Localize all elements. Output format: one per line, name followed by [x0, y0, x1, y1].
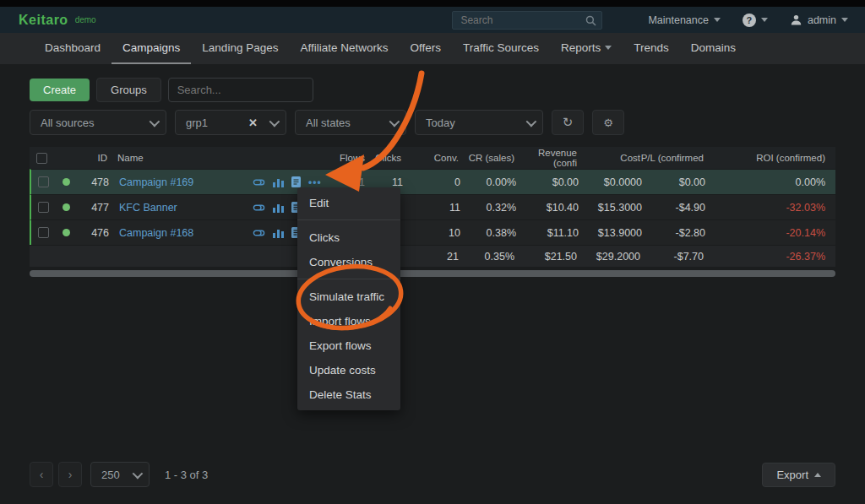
nav-landing-pages[interactable]: Landing Pages [191, 33, 289, 64]
col-header-clicks[interactable]: Clicks [363, 153, 401, 163]
table-row[interactable]: 477 KFC Banner 11 0.32% $10.40 $15.3000 … [30, 194, 835, 219]
col-header-flows[interactable]: Flows [340, 153, 363, 163]
select-all-checkbox[interactable] [36, 153, 47, 164]
stats-chart-icon[interactable] [273, 203, 284, 213]
menu-item-export-flows[interactable]: Export flows [297, 333, 400, 358]
menu-item-delete-stats[interactable]: Delete Stats [297, 382, 400, 407]
next-page-button[interactable]: › [58, 462, 82, 487]
table-row[interactable]: 478 Campaign #169 ••• 1 11 0 0.00% $0.00… [30, 169, 835, 194]
col-header-pl[interactable]: P/L (confirmed [640, 153, 704, 163]
campaign-conversions: 11 [403, 202, 460, 214]
table-footer: ‹ › 250 1 - 3 of 3 Export [30, 462, 835, 487]
campaign-roi: -20.14% [705, 227, 835, 239]
create-button[interactable]: Create [30, 79, 90, 101]
global-search-input[interactable] [452, 11, 602, 30]
date-range-select[interactable]: Today [415, 110, 543, 135]
campaign-cr: 0.00% [460, 176, 516, 188]
campaign-cost: $15.3000 [579, 202, 642, 214]
chevron-down-icon [605, 46, 612, 50]
totals-cr: 0.35% [459, 251, 514, 263]
col-header-conv[interactable]: Conv. [401, 153, 459, 163]
campaign-conversions: 0 [403, 176, 460, 188]
row-checkbox[interactable] [38, 227, 49, 238]
nav-affiliate-networks[interactable]: Affiliate Networks [289, 33, 399, 64]
clear-filter-icon[interactable]: ✕ [248, 117, 258, 129]
stats-chart-icon[interactable] [273, 177, 284, 187]
menu-item-import-flows[interactable]: Import flows [297, 309, 400, 333]
campaign-roi: -32.03% [705, 202, 835, 214]
table-row[interactable]: 476 Campaign #168 10 0.38% $11.10 $13.90… [30, 219, 835, 245]
campaign-revenue: $11.10 [516, 227, 579, 239]
stats-chart-icon[interactable] [273, 228, 284, 238]
chevron-down-icon [714, 18, 721, 22]
col-header-cost[interactable]: Cost [577, 153, 640, 163]
menu-item-conversions[interactable]: Conversions [297, 250, 400, 274]
nav-domains[interactable]: Domains [680, 33, 747, 64]
refresh-button[interactable]: ↻ [552, 110, 584, 135]
maintenance-label: Maintenance [648, 14, 709, 26]
campaign-cost: $0.0000 [579, 176, 642, 188]
col-header-name[interactable]: Name [107, 153, 242, 163]
states-filter-select[interactable]: All states [295, 110, 406, 135]
row-actions-menu-icon[interactable]: ••• [308, 176, 322, 188]
campaign-roi: 0.00% [705, 176, 835, 188]
sources-filter-select[interactable]: All sources [30, 110, 166, 135]
nav-reports[interactable]: Reports [550, 33, 623, 64]
horizontal-scrollbar[interactable] [30, 270, 835, 277]
col-header-id[interactable]: ID [75, 153, 107, 163]
menu-divider [297, 279, 400, 279]
status-active-icon [63, 229, 70, 236]
totals-conversions: 21 [401, 251, 459, 263]
status-active-icon [63, 178, 70, 186]
brand-demo-badge: demo [75, 15, 96, 24]
status-active-icon [63, 203, 70, 211]
refresh-icon: ↻ [563, 115, 574, 130]
col-header-revenue[interactable]: Revenue (confi [514, 148, 577, 168]
campaign-search-input[interactable] [168, 78, 313, 102]
group-filter-select[interactable]: grp1 ✕ [175, 110, 286, 135]
col-header-roi[interactable]: ROI (confirmed) [704, 153, 835, 163]
search-icon [585, 14, 596, 30]
link-icon[interactable] [253, 203, 265, 213]
menu-item-simulate-traffic[interactable]: Simulate traffic [297, 285, 400, 309]
nav-dashboard[interactable]: Dashboard [34, 33, 112, 64]
link-icon[interactable] [253, 177, 265, 187]
row-checkbox[interactable] [38, 202, 49, 213]
menu-item-edit[interactable]: Edit [297, 191, 400, 215]
campaign-cr: 0.38% [460, 227, 516, 239]
menu-item-clicks[interactable]: Clicks [297, 225, 400, 250]
export-button[interactable]: Export [762, 463, 835, 487]
groups-button[interactable]: Groups [96, 78, 161, 102]
page-size-select[interactable]: 250 [90, 462, 150, 487]
nav-offers[interactable]: Offers [399, 33, 452, 64]
chevron-down-icon [761, 18, 768, 22]
nav-traffic-sources[interactable]: Traffic Sources [452, 33, 550, 64]
campaign-conversions: 10 [403, 227, 460, 239]
chevron-up-icon [814, 473, 821, 477]
nav-trends[interactable]: Trends [623, 33, 680, 64]
row-checkbox[interactable] [38, 176, 49, 187]
user-label: admin [808, 14, 836, 26]
campaign-name-link[interactable]: KFC Banner [119, 202, 177, 214]
brand-logo[interactable]: Keitaro [19, 13, 68, 28]
campaign-pl: -$2.80 [642, 227, 705, 239]
chevron-down-icon [269, 116, 280, 127]
col-header-cr[interactable]: CR (sales) [459, 153, 514, 163]
help-menu[interactable]: ? [743, 14, 768, 27]
link-icon[interactable] [253, 228, 265, 238]
table-header-row: ID Name Flows Clicks Conv. CR (sales) Re… [30, 147, 835, 169]
menu-item-update-costs[interactable]: Update costs [297, 358, 400, 382]
campaign-name-link[interactable]: Campaign #168 [119, 227, 193, 239]
table-settings-button[interactable]: ⚙ [592, 110, 624, 135]
campaign-pl: $0.00 [642, 176, 705, 188]
user-menu[interactable]: admin [790, 14, 848, 26]
campaign-id: 478 [77, 176, 109, 188]
row-context-menu: Edit Clicks Conversions Simulate traffic… [297, 187, 400, 410]
top-bar: Keitaro demo Maintenance ? admin [0, 7, 865, 33]
content-area: Create Groups All sources grp1 ✕ All sta… [0, 64, 865, 277]
report-doc-icon[interactable] [291, 176, 301, 187]
maintenance-menu[interactable]: Maintenance [648, 14, 721, 26]
prev-page-button[interactable]: ‹ [30, 462, 53, 487]
campaign-name-link[interactable]: Campaign #169 [119, 176, 193, 188]
nav-campaigns[interactable]: Campaigns [112, 33, 191, 64]
